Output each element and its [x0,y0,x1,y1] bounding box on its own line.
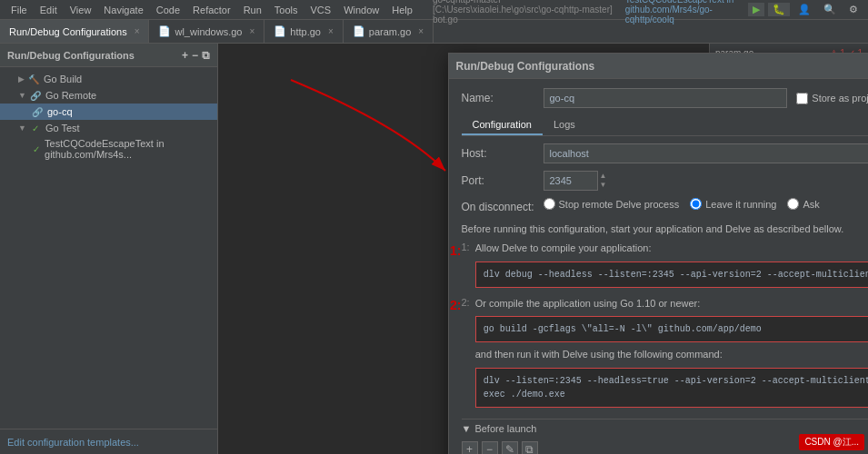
tab-param-close[interactable]: × [418,26,424,36]
code-block-2b: dlv --listen=:2345 --headless=true --api… [475,368,868,408]
go-test-icon: ✓ [29,122,42,134]
dialog-title-bar: Run/Debug Configurations × [449,54,869,79]
tab-run-debug[interactable]: Run/Debug Configurations × [0,20,149,43]
step2a-desc: Or compile the application using Go 1.10… [475,297,868,311]
stop-label: Stop remote Delve process [559,199,680,210]
code-block-2a: go build -gcflags \"all=-N -l\" github.c… [475,316,868,342]
option-stop[interactable]: Stop remote Delve process [544,198,680,210]
dialog-title: Run/Debug Configurations [456,60,595,73]
name-input[interactable] [544,88,788,108]
name-label: Name: [462,92,544,104]
radio-ask[interactable] [787,198,799,210]
tab-param-icon: 📄 [353,25,365,37]
step2-label: 2: [462,297,470,308]
sidebar-footer[interactable]: Edit configuration templates... [0,429,217,454]
step2-content: Or compile the application using Go 1.10… [475,297,868,413]
ask-label: Ask [803,199,819,210]
menu-tools[interactable]: Tools [269,3,304,17]
menu-refactor[interactable]: Refactor [187,3,236,17]
menu-window[interactable]: Window [338,3,384,17]
before-launch-label: Before launch [474,423,536,434]
profile-button[interactable]: 👤 [793,3,815,16]
run-debug-dialog: Run/Debug Configurations × Name: Store a… [448,53,869,454]
menu-right: TestCQCodeEscapeText in github.com/Mrs4s… [620,0,863,26]
go-remote-icon: 🔗 [29,89,42,102]
launch-add-button[interactable]: + [462,441,478,454]
tab-wl-windows[interactable]: 📄 wl_windows.go × [149,20,264,43]
dialog-tabs: Configuration Logs [462,115,869,136]
sidebar-item-go-remote-label: Go Remote [45,90,96,101]
step1-row: 1: Allow Delve to compile your applicati… [462,242,869,292]
sidebar-title: Run/Debug Configurations [7,50,135,61]
sidebar-item-go-build[interactable]: ▶ 🔨 Go Build [0,71,217,87]
sidebar-item-go-test-label: Go Test [45,123,80,133]
arrow-go-build: ▶ [18,74,25,84]
step1-desc: Allow Delve to compile your application: [475,242,868,255]
menu-run[interactable]: Run [238,3,267,17]
port-down[interactable]: ▼ [600,181,607,190]
go-cq-icon: 🔗 [31,105,44,118]
step1-label: 1: [462,242,470,252]
sidebar-item-test-cq[interactable]: ✓ TestCQCodeEscapeText in github.com/Mrs… [0,136,217,162]
desc-text: Before running this configuration, start… [462,222,869,236]
port-up[interactable]: ▲ [600,172,607,181]
tab-param[interactable]: 📄 param.go × [344,20,434,43]
tab-http[interactable]: 📄 http.go × [264,20,343,43]
run-config-label: TestCQCodeEscapeText in github.com/Mrs4s… [620,0,744,26]
menu-path: go-cqhttp-master [C:\Users\xiaolei.he\go… [427,0,618,26]
menu-navigate[interactable]: Navigate [98,3,148,17]
arrow-go-test: ▼ [18,123,26,133]
menu-help[interactable]: Help [386,3,418,17]
tab-http-icon: 📄 [274,25,286,37]
store-as-project-checkbox[interactable] [796,93,808,104]
tab-wl-windows-close[interactable]: × [249,26,254,36]
name-row: Name: Store as project file [462,88,869,108]
sidebar: Run/Debug Configurations + − ⧉ ▶ 🔨 Go Bu… [0,44,218,454]
radio-stop[interactable] [544,198,555,210]
sidebar-remove-button[interactable]: − [192,49,198,62]
sidebar-add-button[interactable]: + [182,49,188,62]
sidebar-item-go-remote[interactable]: ▼ 🔗 Go Remote [0,87,217,104]
code1-text: dlv debug --headless --listen=:2345 --ap… [484,270,868,280]
dialog-tab-configuration[interactable]: Configuration [462,115,543,135]
run-button[interactable]: ▶ [748,3,764,16]
launch-copy-button[interactable]: ⧉ [522,441,538,454]
main-layout: Run/Debug Configurations + − ⧉ ▶ 🔨 Go Bu… [0,44,868,454]
port-spinner: ▲ ▼ [600,172,607,190]
tab-http-close[interactable]: × [328,26,334,36]
port-row: Port: ▲ ▼ [462,171,869,191]
radio-options: Stop remote Delve process Leave it runni… [544,198,820,210]
disconnect-label: On disconnect: [462,201,544,213]
option-leave[interactable]: Leave it running [690,198,776,210]
right-panel: Run/Debug Configurations × Name: Store a… [218,44,868,454]
option-ask[interactable]: Ask [787,198,819,210]
menu-edit[interactable]: Edit [35,3,63,17]
sidebar-item-go-cq-label: go-cq [47,106,73,117]
store-as-project-label: Store as project file [796,93,868,104]
menu-view[interactable]: View [65,3,97,17]
launch-edit-button[interactable]: ✎ [502,441,518,454]
dialog-tab-logs[interactable]: Logs [543,115,586,135]
debug-button[interactable]: 🐛 [768,3,790,16]
sidebar-item-go-test[interactable]: ▼ ✓ Go Test [0,120,217,136]
number-1-label: 1: [450,243,461,258]
menu-code[interactable]: Code [151,3,185,17]
sidebar-copy-button[interactable]: ⧉ [202,49,210,62]
go-build-icon: 🔨 [27,73,40,85]
sidebar-item-go-build-label: Go Build [44,74,82,84]
tab-run-debug-label: Run/Debug Configurations [9,26,127,37]
host-input[interactable] [544,143,869,163]
radio-leave[interactable] [690,198,702,210]
menu-vcs[interactable]: VCS [305,3,337,17]
port-input[interactable] [544,171,598,191]
tab-wl-windows-label: wl_windows.go [175,26,242,37]
settings-top-button[interactable]: ⚙ [844,3,863,16]
csdn-watermark: CSDN @江... [799,434,864,450]
sidebar-tree: ▶ 🔨 Go Build ▼ 🔗 Go Remote 🔗 go-cq ▼ ✓ G… [0,67,217,429]
menu-file[interactable]: File [5,3,33,17]
dialog-overlay: Run/Debug Configurations × Name: Store a… [436,44,868,454]
sidebar-item-go-cq[interactable]: 🔗 go-cq [0,104,217,120]
search-top-button[interactable]: 🔍 [819,3,841,16]
tab-run-debug-close[interactable]: × [135,26,140,36]
launch-remove-button[interactable]: − [482,441,498,454]
